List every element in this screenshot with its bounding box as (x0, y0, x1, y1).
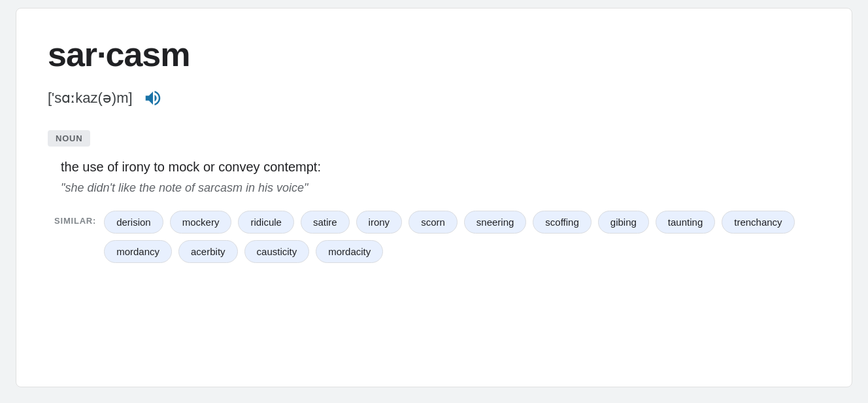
example-text: "she didn't like the note of sarcasm in … (61, 181, 820, 195)
tag-item[interactable]: derision (104, 211, 163, 234)
tags-container: derisionmockeryridiculesatireironyscorns… (104, 211, 820, 263)
speaker-icon (143, 88, 163, 108)
phonetic-row: ['sɑːkaz(ə)m] (48, 86, 820, 111)
tag-item[interactable]: sneering (464, 211, 527, 234)
tag-item[interactable]: scoffing (533, 211, 591, 234)
definition-section: the use of irony to mock or convey conte… (54, 160, 820, 263)
tag-item[interactable]: gibing (598, 211, 649, 234)
word-title: sar·casm (48, 35, 820, 74)
tag-item[interactable]: mockery (170, 211, 232, 234)
pos-badge: NOUN (48, 130, 90, 147)
similar-label: SIMILAR: (54, 216, 96, 226)
tag-item[interactable]: satire (301, 211, 350, 234)
tag-item[interactable]: acerbity (178, 240, 238, 263)
dictionary-card: sar·casm ['sɑːkaz(ə)m] NOUN the use of i… (16, 8, 852, 387)
tag-item[interactable]: scorn (409, 211, 458, 234)
tag-item[interactable]: irony (356, 211, 403, 234)
tag-item[interactable]: mordacity (316, 240, 383, 263)
tag-item[interactable]: causticity (244, 240, 310, 263)
definition-text: the use of irony to mock or convey conte… (61, 160, 820, 175)
speaker-button[interactable] (141, 86, 165, 111)
tag-item[interactable]: ridicule (238, 211, 294, 234)
similar-row: SIMILAR: derisionmockeryridiculesatireir… (54, 211, 820, 263)
phonetic-text: ['sɑːkaz(ə)m] (48, 90, 133, 107)
tag-item[interactable]: trenchancy (722, 211, 794, 234)
tag-item[interactable]: mordancy (104, 240, 172, 263)
tag-item[interactable]: taunting (656, 211, 715, 234)
